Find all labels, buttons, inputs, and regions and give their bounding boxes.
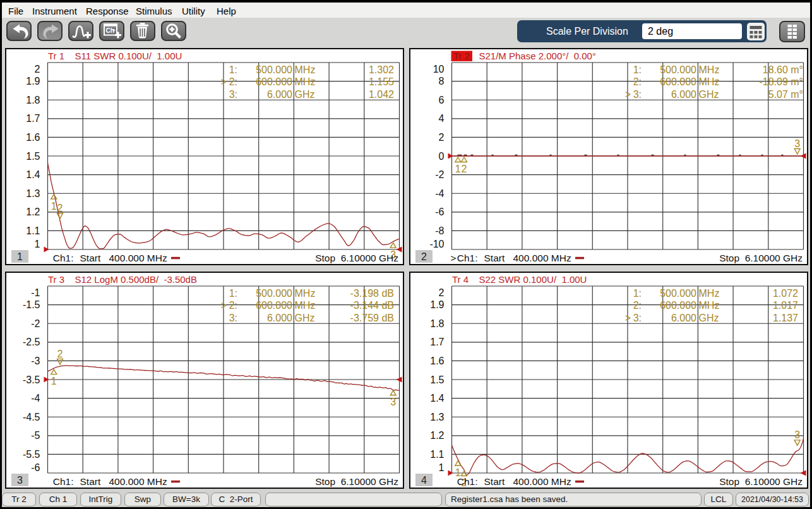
svg-text:1: 1 (51, 201, 57, 212)
svg-text:1.9: 1.9 (26, 76, 40, 87)
svg-text:1.2: 1.2 (26, 207, 40, 217)
svg-text:1.155: 1.155 (369, 76, 394, 87)
svg-text:-3.198 dB: -3.198 dB (350, 288, 394, 299)
svg-text:4: 4 (421, 475, 427, 486)
svg-text:Tr 2: Tr 2 (453, 51, 470, 61)
svg-text:10: 10 (433, 64, 445, 75)
svg-text:S12 LogM 0.500dB/ -3.50dB: S12 LogM 0.500dB/ -3.50dB (75, 274, 197, 285)
svg-text:6.000: 6.000 (671, 89, 696, 100)
svg-text:1.7: 1.7 (26, 113, 40, 124)
svg-text:>: > (451, 253, 457, 263)
svg-text:600.000: 600.000 (256, 300, 292, 311)
svg-text:600.000: 600.000 (256, 76, 292, 87)
svg-text:Start: Start (484, 476, 505, 487)
svg-text:Ch1:: Ch1: (457, 253, 478, 263)
svg-text:Tr 1: Tr 1 (48, 51, 64, 61)
svg-text:0: 0 (439, 151, 445, 162)
svg-text:MHz: MHz (295, 76, 316, 87)
svg-text:1.3: 1.3 (26, 188, 40, 199)
svg-text:1.4: 1.4 (26, 169, 40, 180)
svg-text:1:: 1: (633, 64, 642, 75)
svg-text:MHz: MHz (699, 288, 720, 299)
svg-text:6.000: 6.000 (671, 313, 696, 323)
svg-text:1.8: 1.8 (430, 318, 444, 329)
svg-text:-8: -8 (435, 225, 444, 236)
svg-text:1.137: 1.137 (773, 313, 798, 323)
svg-text:-5: -5 (31, 430, 40, 441)
svg-text:3:: 3: (633, 313, 642, 323)
svg-text:500.000: 500.000 (256, 288, 292, 299)
svg-text:-3: -3 (31, 356, 40, 366)
svg-text:1:: 1: (229, 64, 237, 75)
svg-text:1: 1 (51, 376, 57, 386)
svg-text:400.000 MHz: 400.000 MHz (513, 253, 571, 263)
svg-text:2: 2 (421, 251, 427, 262)
svg-text:3: 3 (390, 397, 396, 407)
svg-text:Stop 6.10000 GHz: Stop 6.10000 GHz (719, 476, 803, 487)
svg-text:500.000: 500.000 (660, 64, 696, 75)
svg-text:Start: Start (80, 476, 101, 487)
svg-text:1.3: 1.3 (430, 412, 444, 422)
svg-text:GHz: GHz (699, 313, 719, 323)
svg-text:8: 8 (439, 76, 445, 87)
svg-text:MHz: MHz (295, 300, 316, 311)
svg-text:1.9: 1.9 (430, 299, 444, 310)
svg-text:600.000: 600.000 (660, 76, 696, 87)
svg-text:1: 1 (455, 164, 461, 174)
svg-text:2: 2 (57, 203, 63, 213)
svg-text:-2.5: -2.5 (23, 337, 40, 347)
svg-text:-3.5: -3.5 (23, 374, 40, 385)
svg-text:5.07 m°: 5.07 m° (768, 89, 803, 100)
svg-text:1.1: 1.1 (430, 449, 444, 460)
svg-text:MHz: MHz (295, 64, 316, 75)
svg-text:GHz: GHz (699, 89, 719, 100)
svg-text:500.000: 500.000 (660, 288, 696, 299)
svg-text:2:: 2: (229, 76, 237, 87)
svg-text:Tr 3: Tr 3 (48, 274, 64, 285)
svg-text:MHz: MHz (699, 64, 720, 75)
svg-text:3: 3 (794, 138, 800, 149)
svg-text:1.6: 1.6 (430, 356, 444, 366)
svg-text:600.000: 600.000 (660, 300, 696, 311)
svg-text:2: 2 (35, 64, 40, 75)
svg-text:-1.5: -1.5 (23, 299, 40, 310)
svg-text:Stop 6.10000 GHz: Stop 6.10000 GHz (315, 476, 398, 487)
svg-text:1: 1 (439, 462, 445, 473)
svg-text:Ch1:: Ch1: (53, 253, 74, 263)
svg-text:1.042: 1.042 (369, 89, 394, 100)
svg-text:GHz: GHz (295, 89, 315, 100)
svg-text:-2: -2 (31, 318, 40, 329)
svg-text:2:: 2: (229, 300, 237, 311)
svg-text:-3.144 dB: -3.144 dB (350, 300, 394, 311)
svg-text:3: 3 (17, 475, 23, 486)
svg-text:400.000 MHz: 400.000 MHz (109, 476, 167, 487)
svg-text:-4: -4 (435, 188, 444, 199)
svg-text:1:: 1: (633, 288, 642, 299)
svg-text:3:: 3: (229, 89, 237, 100)
svg-text:>: > (221, 76, 227, 87)
svg-text:500.000: 500.000 (256, 64, 292, 75)
svg-text:-18.09 m°: -18.09 m° (759, 76, 803, 87)
svg-text:1.7: 1.7 (430, 337, 444, 347)
svg-text:2: 2 (439, 287, 445, 298)
svg-text:1.8: 1.8 (26, 95, 40, 105)
svg-text:1: 1 (35, 239, 40, 249)
svg-text:2: 2 (439, 132, 445, 143)
svg-text:Start: Start (484, 253, 505, 263)
svg-text:-5.5: -5.5 (23, 449, 40, 460)
svg-text:1.072: 1.072 (773, 288, 798, 299)
svg-text:3:: 3: (229, 313, 237, 323)
svg-text:3:: 3: (633, 89, 642, 100)
svg-text:-6: -6 (31, 462, 40, 473)
svg-text:Ch1:: Ch1: (53, 476, 74, 487)
svg-text:-2: -2 (435, 169, 444, 180)
svg-text:2: 2 (462, 164, 467, 174)
svg-text:1.2: 1.2 (430, 430, 444, 441)
svg-text:400.000 MHz: 400.000 MHz (513, 476, 571, 487)
svg-text:Tr 4: Tr 4 (452, 274, 469, 285)
svg-text:3: 3 (794, 429, 800, 440)
svg-text:>: > (625, 313, 631, 323)
svg-text:-4: -4 (31, 393, 40, 404)
svg-text:1.017: 1.017 (773, 300, 798, 311)
svg-text:1:: 1: (229, 288, 237, 299)
